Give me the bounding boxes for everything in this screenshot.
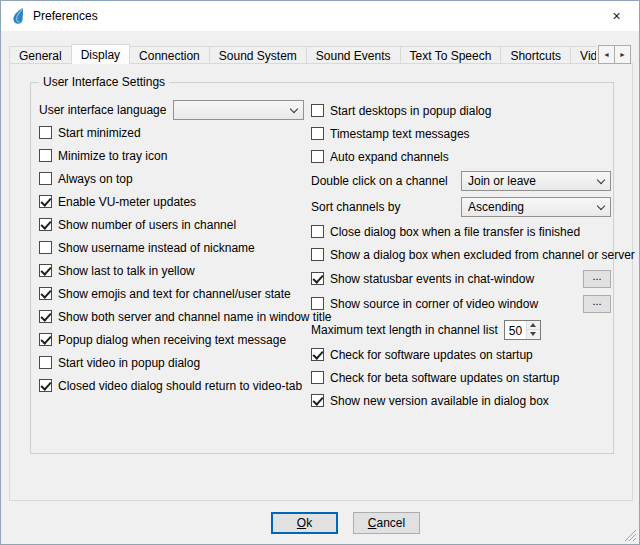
checkbox-row[interactable]: Start minimized [39, 121, 304, 144]
tab[interactable]: Connection [129, 46, 210, 64]
checkbox-row[interactable]: Closed video dialog should return to vid… [39, 374, 304, 397]
checkbox-row[interactable]: Show new version available in dialog box [311, 389, 611, 412]
language-row: User interface language [39, 99, 304, 121]
checkbox[interactable] [311, 150, 324, 163]
checkbox-row[interactable]: Always on top [39, 167, 304, 190]
max-text-length-label: Maximum text length in channel list [311, 323, 498, 337]
checkbox[interactable] [311, 104, 324, 117]
tab-label: Text To Speech [410, 49, 492, 63]
checkbox[interactable] [39, 195, 52, 208]
checkbox-label: Show emojis and text for channel/user st… [58, 287, 291, 301]
checkbox-row[interactable]: Check for software updates on startup [311, 343, 611, 366]
checkbox[interactable] [39, 333, 52, 346]
right-checkbox-list-mid: Close dialog box when a file transfer is… [311, 220, 611, 266]
checkbox[interactable] [39, 126, 52, 139]
tab-scroll-control: ◄ ► [596, 45, 631, 64]
checkbox-row[interactable]: Check for beta software updates on start… [311, 366, 611, 389]
ui-settings-group: User Interface Settings User interface l… [30, 82, 614, 454]
checkbox[interactable] [311, 272, 324, 285]
tab-scroll-right-icon: ► [619, 51, 626, 58]
tab[interactable]: Text To Speech [400, 46, 502, 64]
checkbox-row[interactable]: Minimize to tray icon [39, 144, 304, 167]
tab[interactable]: Shortcuts [500, 46, 571, 64]
title-bar[interactable]: Preferences × [1, 1, 639, 31]
checkbox[interactable] [39, 172, 52, 185]
checkbox-row[interactable]: Close dialog box when a file transfer is… [311, 220, 611, 243]
sort-channels-row: Sort channels by Ascending [311, 194, 611, 220]
checkbox-row[interactable]: Start desktops in popup dialog [311, 99, 611, 122]
resize-grip-icon[interactable] [624, 529, 637, 542]
checkbox-label: Show number of users in channel [58, 218, 236, 232]
spin-down-icon [530, 332, 536, 336]
checkbox-label: Timestamp text messages [330, 127, 470, 141]
cancel-button[interactable]: Cancel [353, 512, 420, 534]
checkbox-row[interactable]: Enable VU-meter updates [39, 190, 304, 213]
checkbox-label: Check for software updates on startup [330, 348, 533, 362]
double-click-combobox[interactable]: Join or leave [461, 171, 611, 191]
checkbox[interactable] [311, 248, 324, 261]
spin-down-button[interactable] [527, 329, 540, 339]
checkbox-row[interactable]: Show last to talk in yellow [39, 259, 304, 282]
checkbox-label: Show a dialog box when excluded from cha… [330, 248, 635, 262]
right-checkbox-list-bottom: Check for software updates on startup Ch… [311, 343, 611, 412]
tab[interactable]: General [9, 46, 72, 64]
checkbox-label: Close dialog box when a file transfer is… [330, 225, 580, 239]
checkbox-row[interactable]: Timestamp text messages [311, 122, 611, 145]
left-column: User interface language Start minimized [39, 99, 304, 397]
checkbox-row[interactable]: Show both server and channel name in win… [39, 305, 304, 328]
max-text-length-row: Maximum text length in channel list 50 [311, 316, 611, 343]
spin-up-button[interactable] [527, 321, 540, 330]
tab[interactable]: Sound Events [306, 46, 401, 64]
checkbox[interactable] [39, 356, 52, 369]
checkbox-label: Show last to talk in yellow [58, 264, 195, 278]
checkbox-row[interactable]: Show username instead of nickname [39, 236, 304, 259]
checkbox-label: Check for beta software updates on start… [330, 371, 559, 385]
tab[interactable]: Sound System [209, 46, 307, 64]
chevron-down-icon [597, 201, 605, 209]
checkbox[interactable] [311, 297, 324, 310]
checkbox-label: Enable VU-meter updates [58, 195, 196, 209]
right-column: Start desktops in popup dialog Timestamp… [311, 99, 611, 412]
sort-channels-combobox[interactable]: Ascending [461, 197, 611, 217]
checkbox[interactable] [39, 287, 52, 300]
checkbox[interactable] [39, 218, 52, 231]
ok-button[interactable]: Ok [271, 512, 338, 534]
checkbox-label: Start minimized [58, 126, 141, 140]
language-combobox[interactable] [173, 100, 304, 120]
checkbox[interactable] [311, 394, 324, 407]
max-text-length-spinbox[interactable]: 50 [504, 320, 541, 340]
checkbox[interactable] [311, 225, 324, 238]
statusbar-events-more-button[interactable]: ... [583, 270, 611, 288]
video-source-more-button[interactable]: ... [583, 295, 611, 313]
checkbox-row[interactable]: Show a dialog box when excluded from cha… [311, 243, 611, 266]
checkbox[interactable] [39, 241, 52, 254]
checkbox-label: Closed video dialog should return to vid… [58, 379, 302, 393]
close-button[interactable]: × [594, 1, 639, 30]
checkbox[interactable] [39, 149, 52, 162]
tab-list: General Display Connection Sound System … [9, 44, 631, 64]
checkbox[interactable] [311, 348, 324, 361]
checkbox-label: Popup dialog when receiving text message [58, 333, 286, 347]
checkbox-row[interactable]: Auto expand channels [311, 145, 611, 168]
checkbox[interactable] [311, 371, 324, 384]
video-source-row[interactable]: Show source in corner of video window ..… [311, 291, 611, 316]
checkbox-label: Show username instead of nickname [58, 241, 255, 255]
left-checkbox-list: Start minimized Minimize to tray icon Al… [39, 121, 304, 397]
checkbox[interactable] [39, 264, 52, 277]
preferences-dialog: Preferences × General Display Connection [0, 0, 640, 545]
checkbox[interactable] [39, 310, 52, 323]
tab-label: Sound System [219, 49, 297, 63]
tab-scroll-left-button[interactable]: ◄ [598, 45, 615, 64]
checkbox-row[interactable]: Popup dialog when receiving text message [39, 328, 304, 351]
checkbox-row[interactable]: Show emojis and text for channel/user st… [39, 282, 304, 305]
double-click-row: Double click on a channel Join or leave [311, 168, 611, 194]
checkbox[interactable] [311, 127, 324, 140]
tab[interactable]: Display [71, 44, 130, 64]
group-legend: User Interface Settings [39, 75, 169, 89]
statusbar-events-row[interactable]: Show statusbar events in chat-window ... [311, 266, 611, 291]
checkbox-row[interactable]: Start video in popup dialog [39, 351, 304, 374]
checkbox-row[interactable]: Show number of users in channel [39, 213, 304, 236]
checkbox[interactable] [39, 379, 52, 392]
tab-scroll-right-button[interactable]: ► [614, 45, 631, 64]
app-icon [9, 7, 27, 25]
